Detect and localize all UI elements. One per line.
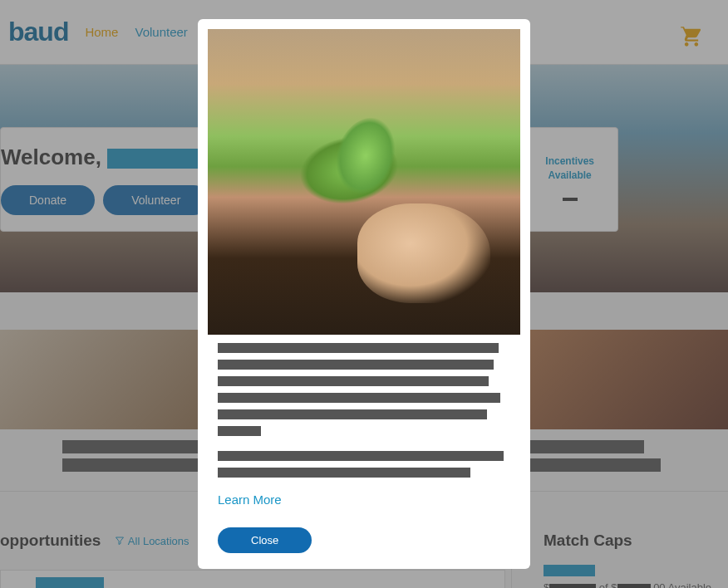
text-line-redacted bbox=[218, 343, 499, 353]
text-line-redacted bbox=[218, 360, 494, 370]
modal-body-text bbox=[208, 343, 520, 478]
text-line-redacted bbox=[218, 426, 261, 436]
learn-more-link[interactable]: Learn More bbox=[218, 492, 282, 507]
text-line-redacted bbox=[218, 376, 489, 386]
text-line-redacted bbox=[218, 451, 504, 461]
learn-more-row: Learn More bbox=[208, 492, 520, 507]
text-line-redacted bbox=[218, 393, 500, 403]
hand-illustration bbox=[357, 203, 490, 303]
close-button[interactable]: Close bbox=[218, 527, 312, 553]
text-line-redacted bbox=[218, 409, 487, 419]
text-line-redacted bbox=[218, 468, 470, 478]
modal-hero-image bbox=[208, 29, 520, 335]
announcement-modal: Learn More Close bbox=[198, 19, 530, 569]
